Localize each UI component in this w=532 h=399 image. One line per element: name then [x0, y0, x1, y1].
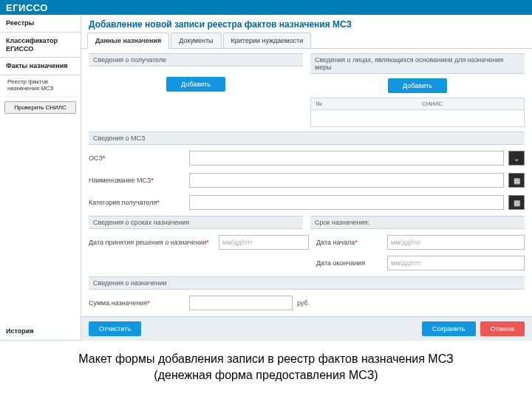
label-msz-name: Наименование МСЗ	[89, 177, 185, 184]
date-end-input[interactable]	[387, 256, 525, 270]
tabs: Данные назначения Документы Критерии нуж…	[81, 33, 532, 49]
topbar: ЕГИССО	[0, 0, 532, 15]
label-amount: Сумма назначения	[89, 299, 185, 307]
sidebar-item-classifier[interactable]: Классификатор ЕГИССО	[0, 33, 81, 58]
tab-assignment-data[interactable]: Данные назначения	[87, 33, 169, 49]
recipient-category-input[interactable]	[189, 195, 504, 210]
label-decision-date: Дата принятия решения о назначении	[89, 239, 214, 246]
section-terms: Сведения о сроках назначения	[89, 216, 303, 229]
sidebar-item-history[interactable]: История	[0, 323, 81, 341]
amount-input[interactable]	[189, 296, 293, 310]
section-msz: Сведения о МСЗ	[89, 132, 525, 145]
osz-chevron-icon[interactable]: ⌄	[508, 151, 525, 166]
label-osz: ОСЗ	[89, 154, 185, 162]
amount-unit: руб.	[297, 299, 310, 307]
slide-caption: Макет формы добавления записи в реестр ф…	[0, 341, 532, 396]
sidebar-item-registries[interactable]: Реестры	[0, 15, 81, 33]
add-person-button[interactable]: Добавить	[388, 78, 447, 93]
decision-date-input[interactable]	[219, 235, 309, 250]
clear-button[interactable]: Отчистить	[89, 321, 141, 336]
footer: Отчистить Сохранить Отмена	[81, 316, 532, 341]
cancel-button[interactable]: Отмена	[480, 321, 525, 336]
msz-lookup-icon[interactable]: ▦	[508, 173, 525, 188]
section-recipient: Сведения о получателе	[89, 53, 303, 66]
sidebar-item-facts[interactable]: Факты назначения	[0, 58, 81, 75]
sidebar: Реестры Классификатор ЕГИССО Факты назна…	[0, 15, 81, 341]
brand-logo: ЕГИССО	[6, 2, 48, 13]
osz-select[interactable]	[189, 151, 504, 166]
persons-table: № СНИЛС	[310, 98, 525, 127]
category-lookup-icon[interactable]: ▦	[508, 195, 525, 210]
check-snils-button[interactable]: Проверить СНИЛС	[4, 101, 76, 114]
persons-col-snils: СНИЛС	[417, 98, 524, 109]
section-persons: Сведения о лицах, являющихся основанием …	[310, 53, 525, 74]
label-date-start: Дата начала	[316, 239, 383, 246]
section-assignment: Сведения о назначении	[89, 276, 525, 290]
label-recipient-category: Категория получателя	[89, 199, 185, 206]
tab-documents[interactable]: Документы	[171, 33, 221, 48]
tab-criteria[interactable]: Критерии нуждаемости	[223, 33, 312, 48]
date-start-input[interactable]	[387, 235, 525, 250]
persons-col-num: №	[311, 98, 417, 109]
sidebar-subitem-registry-msz[interactable]: Реестр фактов назначения МСЗ	[0, 75, 81, 97]
save-button[interactable]: Сохранить	[422, 321, 476, 336]
label-date-end: Дата окончания	[316, 259, 383, 267]
add-recipient-button[interactable]: Добавить	[166, 77, 225, 92]
page-title: Добавление новой записи реестра фактов н…	[81, 15, 532, 33]
section-term-right: Срок назначения:	[310, 216, 525, 229]
msz-name-input[interactable]	[189, 173, 504, 188]
